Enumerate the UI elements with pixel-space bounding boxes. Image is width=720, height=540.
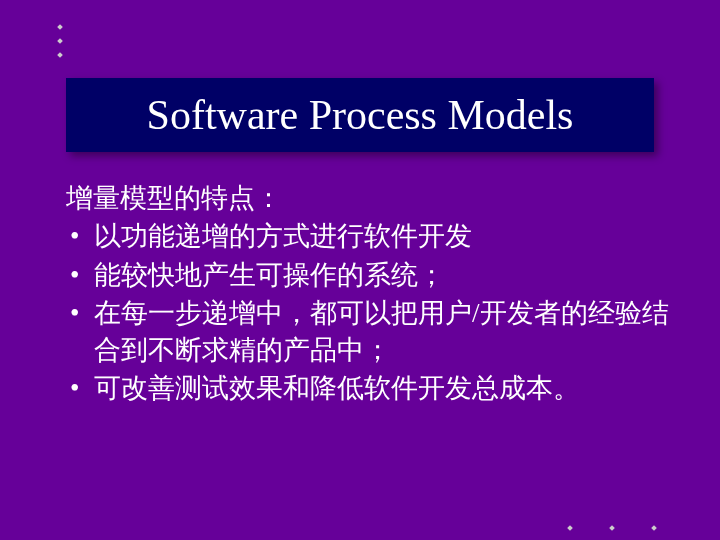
- dot-icon: [57, 24, 63, 30]
- content-heading: 增量模型的特点：: [66, 180, 670, 216]
- list-item: 以功能递增的方式进行软件开发: [66, 218, 670, 254]
- decorative-dots-top: [58, 25, 62, 57]
- dot-icon: [57, 38, 63, 44]
- list-item: 可改善测试效果和降低软件开发总成本。: [66, 370, 670, 406]
- slide-title: Software Process Models: [147, 91, 574, 139]
- dot-icon: [609, 525, 615, 531]
- decorative-dots-bottom: [568, 526, 656, 530]
- dot-icon: [57, 52, 63, 58]
- bullet-list: 以功能递增的方式进行软件开发 能较快地产生可操作的系统； 在每一步递增中，都可以…: [66, 218, 670, 406]
- list-item: 能较快地产生可操作的系统；: [66, 257, 670, 293]
- content-area: 增量模型的特点： 以功能递增的方式进行软件开发 能较快地产生可操作的系统； 在每…: [66, 180, 670, 409]
- dot-icon: [651, 525, 657, 531]
- title-bar: Software Process Models: [66, 78, 654, 152]
- list-item: 在每一步递增中，都可以把用户/开发者的经验结合到不断求精的产品中；: [66, 295, 670, 368]
- dot-icon: [567, 525, 573, 531]
